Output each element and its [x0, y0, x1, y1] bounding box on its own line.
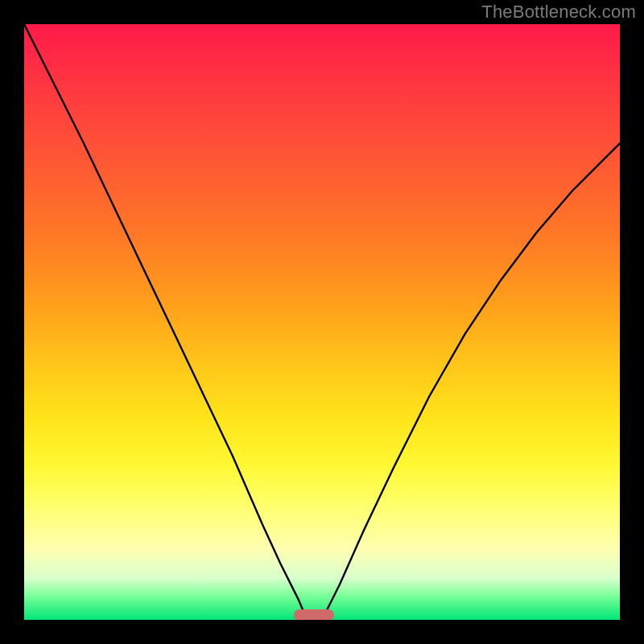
- chart-stage: TheBottleneck.com: [0, 0, 644, 644]
- curve-right-branch: [322, 143, 620, 620]
- curve-left-branch: [24, 24, 308, 620]
- minimum-marker: [294, 609, 334, 620]
- curve-layer: [24, 24, 620, 620]
- plot-area: [24, 24, 620, 620]
- watermark-text: TheBottleneck.com: [481, 2, 636, 23]
